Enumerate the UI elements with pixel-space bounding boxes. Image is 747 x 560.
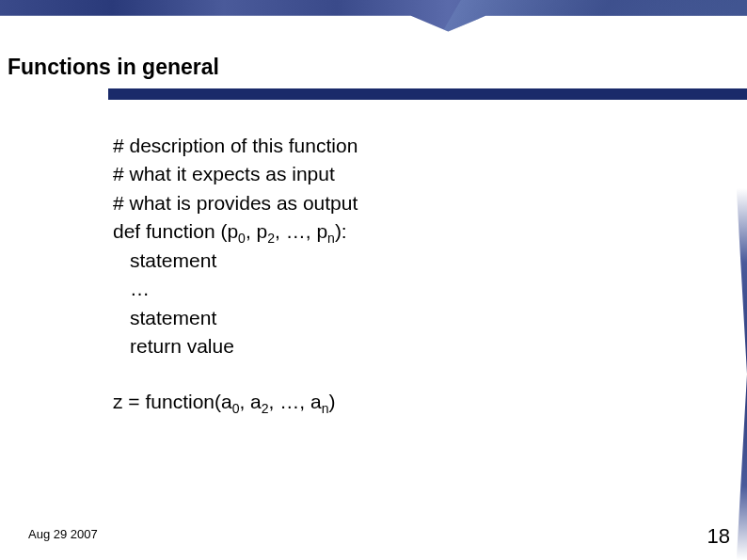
subscript: 2: [267, 232, 275, 247]
code-line: statement: [113, 247, 358, 275]
text: , p: [246, 220, 267, 242]
code-line: statement: [113, 304, 358, 332]
subscript: 2: [262, 401, 269, 416]
text: , a: [239, 391, 261, 412]
code-line: # description of this function: [113, 132, 358, 160]
text: , …, a: [269, 391, 322, 412]
footer-date: Aug 29 2007: [28, 527, 98, 541]
code-line: # what it expects as input: [113, 160, 358, 188]
page-number: 18: [707, 524, 730, 549]
text: z = function(a: [113, 391, 232, 412]
code-line: z = function(a0, a2, …, an): [113, 388, 358, 416]
title-divider: [0, 88, 747, 100]
slide-title: Functions in general: [8, 55, 219, 80]
code-line: return value: [113, 332, 358, 360]
text: ):: [335, 220, 347, 242]
code-line: …: [113, 275, 358, 303]
text: , …, p: [275, 220, 327, 242]
code-line: def function (p0, p2, …, pn):: [113, 217, 358, 246]
side-accent: [721, 188, 747, 560]
code-line: # what is provides as output: [113, 189, 358, 217]
spacer: [113, 361, 358, 388]
subscript: n: [327, 232, 335, 247]
text: def function (p: [113, 220, 238, 242]
subscript: 0: [238, 232, 246, 247]
header-accent: [0, 0, 747, 45]
slide-body: # description of this function # what it…: [113, 132, 358, 416]
text: ): [328, 391, 335, 412]
